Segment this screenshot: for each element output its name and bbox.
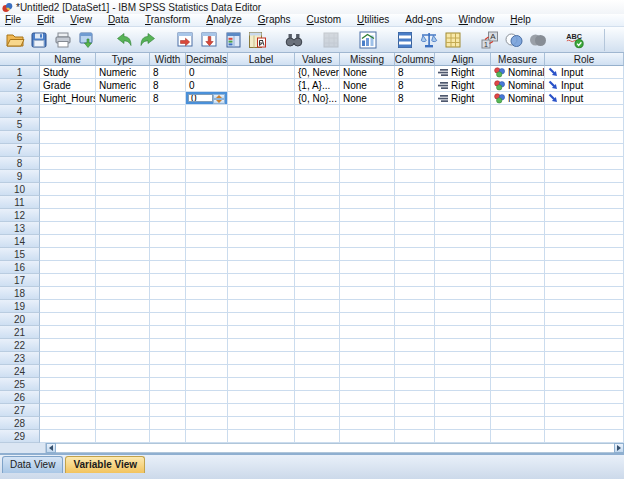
grid-cell-align[interactable] xyxy=(435,222,491,235)
grid-cell-width[interactable] xyxy=(150,105,186,118)
grid-cell-width[interactable] xyxy=(150,118,186,131)
grid-cell-columns[interactable] xyxy=(395,222,435,235)
grid-cell-label[interactable] xyxy=(228,391,295,404)
grid-cell-type[interactable] xyxy=(96,339,150,352)
grid-cell-missing[interactable] xyxy=(340,118,395,131)
grid-cell-type[interactable] xyxy=(96,287,150,300)
grid-cell-values[interactable] xyxy=(295,235,340,248)
grid-cell-decimals[interactable] xyxy=(186,118,228,131)
grid-cell-name[interactable] xyxy=(40,196,96,209)
grid-cell-values[interactable] xyxy=(295,261,340,274)
grid-cell-width[interactable] xyxy=(150,352,186,365)
grid-cell-columns[interactable] xyxy=(395,196,435,209)
menu-item-help[interactable]: Help xyxy=(510,14,531,26)
grid-cell-measure[interactable] xyxy=(491,313,545,326)
scrollbar-right-button[interactable] xyxy=(614,443,624,453)
grid-cell-align[interactable] xyxy=(435,170,491,183)
grid-cell-align[interactable] xyxy=(435,209,491,222)
grid-cell-values[interactable] xyxy=(295,144,340,157)
grid-cell-name[interactable] xyxy=(40,157,96,170)
row-header[interactable]: 6 xyxy=(0,131,40,144)
grid-cell-measure[interactable] xyxy=(491,261,545,274)
grid-cell-missing[interactable] xyxy=(340,274,395,287)
row-header[interactable]: 24 xyxy=(0,365,40,378)
grid-cell-values[interactable] xyxy=(295,430,340,443)
grid-cell-decimals[interactable] xyxy=(186,209,228,222)
spinner-down-button[interactable] xyxy=(213,99,225,104)
grid-cell-label[interactable] xyxy=(228,118,295,131)
column-header-role[interactable]: Role xyxy=(545,53,624,66)
grid-cell-align[interactable] xyxy=(435,196,491,209)
grid-cell-label[interactable] xyxy=(228,92,295,105)
grid-cell-columns[interactable] xyxy=(395,248,435,261)
grid-cell-values[interactable] xyxy=(295,118,340,131)
menu-item-transform[interactable]: Transform xyxy=(145,14,190,26)
column-header-label[interactable]: Label xyxy=(228,53,295,66)
grid-cell-width[interactable]: 8 xyxy=(150,92,186,105)
grid-cell-missing[interactable] xyxy=(340,196,395,209)
grid-cell-decimals[interactable] xyxy=(186,105,228,118)
grid-cell-missing[interactable] xyxy=(340,313,395,326)
grid-cell-name[interactable] xyxy=(40,235,96,248)
grid-cell-type[interactable] xyxy=(96,196,150,209)
grid-cell-columns[interactable] xyxy=(395,326,435,339)
grid-cell-columns[interactable] xyxy=(395,313,435,326)
grid-cell-missing[interactable] xyxy=(340,131,395,144)
row-header[interactable]: 28 xyxy=(0,417,40,430)
grid-cell-role[interactable] xyxy=(545,157,624,170)
grid-cell-name[interactable] xyxy=(40,404,96,417)
row-header[interactable]: 4 xyxy=(0,105,40,118)
grid-cell-width[interactable] xyxy=(150,417,186,430)
grid-cell-values[interactable] xyxy=(295,222,340,235)
grid-cell-role[interactable] xyxy=(545,274,624,287)
row-header[interactable]: 19 xyxy=(0,300,40,313)
grid-cell-decimals[interactable] xyxy=(186,339,228,352)
grid-cell-measure[interactable] xyxy=(491,222,545,235)
grid-cell-width[interactable] xyxy=(150,131,186,144)
grid-cell-align[interactable]: Right xyxy=(435,66,491,79)
grid-cell-columns[interactable] xyxy=(395,287,435,300)
grid-cell-align[interactable] xyxy=(435,313,491,326)
grid-cell-columns[interactable]: 8 xyxy=(395,79,435,92)
grid-cell-missing[interactable] xyxy=(340,170,395,183)
toolbar-show-all-variables-button[interactable] xyxy=(526,29,550,51)
grid-cell-values[interactable] xyxy=(295,196,340,209)
grid-cell-measure[interactable] xyxy=(491,183,545,196)
grid-cell-values[interactable] xyxy=(295,131,340,144)
grid-cell-decimals[interactable]: 0 xyxy=(186,79,228,92)
column-header-name[interactable]: Name xyxy=(40,53,96,66)
grid-cell-measure[interactable] xyxy=(491,417,545,430)
grid-cell-label[interactable] xyxy=(228,378,295,391)
grid-cell-label[interactable] xyxy=(228,248,295,261)
grid-cell-width[interactable] xyxy=(150,287,186,300)
grid-cell-label[interactable] xyxy=(228,326,295,339)
grid-cell-label[interactable] xyxy=(228,157,295,170)
column-header-columns[interactable]: Columns xyxy=(395,53,435,66)
row-header[interactable]: 20 xyxy=(0,313,40,326)
grid-cell-label[interactable] xyxy=(228,274,295,287)
grid-cell-role[interactable] xyxy=(545,352,624,365)
grid-cell-decimals[interactable]: 0 xyxy=(186,66,228,79)
grid-cell-columns[interactable] xyxy=(395,183,435,196)
row-header[interactable]: 8 xyxy=(0,157,40,170)
grid-cell-values[interactable] xyxy=(295,248,340,261)
scrollbar-track[interactable] xyxy=(56,443,614,453)
grid-cell-role[interactable]: Input xyxy=(545,66,624,79)
grid-cell-missing[interactable] xyxy=(340,183,395,196)
grid-cell-width[interactable] xyxy=(150,326,186,339)
grid-cell-measure[interactable] xyxy=(491,404,545,417)
grid-cell-role[interactable] xyxy=(545,365,624,378)
grid-cell-name[interactable] xyxy=(40,209,96,222)
menu-item-add-ons[interactable]: Add-ons xyxy=(405,14,442,26)
grid-cell-label[interactable] xyxy=(228,404,295,417)
grid-cell-name[interactable] xyxy=(40,222,96,235)
row-header[interactable]: 26 xyxy=(0,391,40,404)
scrollbar-left-button[interactable] xyxy=(46,443,56,453)
grid-cell-label[interactable] xyxy=(228,287,295,300)
grid-cell-width[interactable] xyxy=(150,170,186,183)
grid-cell-width[interactable] xyxy=(150,274,186,287)
grid-cell-measure[interactable] xyxy=(491,118,545,131)
grid-cell-role[interactable] xyxy=(545,313,624,326)
grid-cell-type[interactable] xyxy=(96,118,150,131)
grid-cell-values[interactable] xyxy=(295,378,340,391)
